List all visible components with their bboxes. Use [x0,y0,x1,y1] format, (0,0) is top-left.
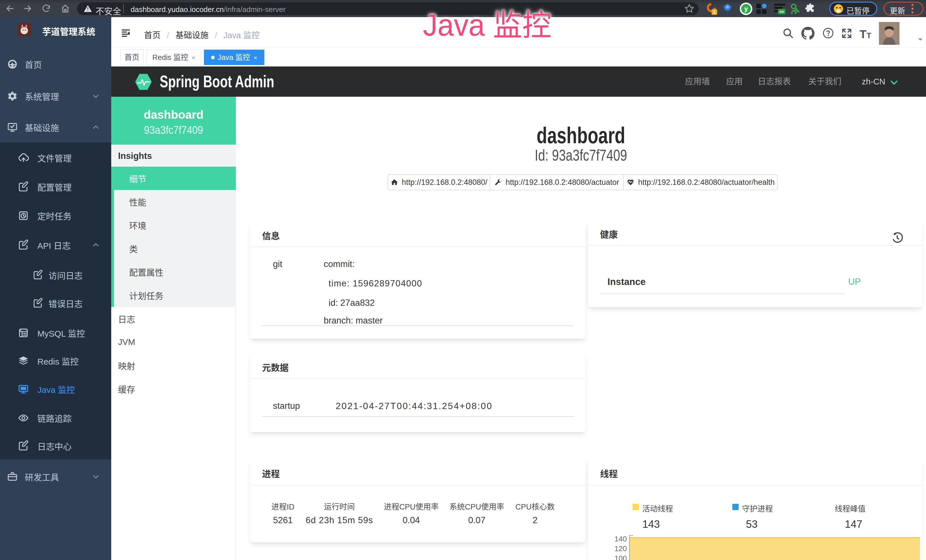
svg-text:1: 1 [713,10,716,15]
svg-text:on: on [779,9,784,14]
svg-text:y: y [744,5,748,12]
